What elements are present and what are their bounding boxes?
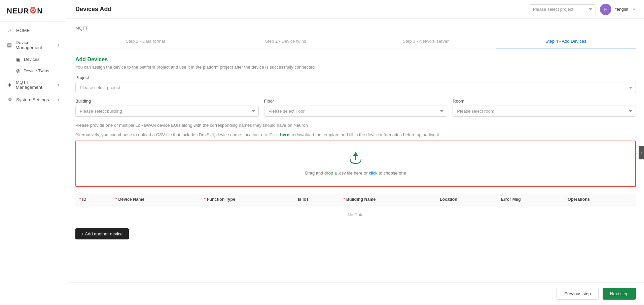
sidebar-item-mqtt-management-label: MQTT Management: [16, 80, 53, 90]
chevron-down-icon-2: ▼: [57, 98, 60, 102]
mqtt-icon: ◈: [7, 82, 12, 88]
floor-label: Floor: [264, 99, 448, 104]
protocol-label: MQTT: [75, 26, 636, 31]
project-label: Project: [75, 75, 636, 80]
sidebar-nav: ⌂ HOME ▤ Device Management ▲ ▣ Devices ◎…: [0, 22, 67, 109]
room-form-group: Room Please select room: [453, 99, 636, 117]
table-body: No Data: [75, 205, 636, 224]
section-title: Add Devices: [75, 56, 636, 63]
file-upload-dropzone[interactable]: Drag and drop a .csv file here or click …: [75, 141, 636, 187]
sidebar-item-home[interactable]: ⌂ HOME: [0, 24, 67, 37]
upload-icon: [349, 152, 362, 167]
col-building-name: * Building Name: [339, 194, 436, 205]
topbar-right: Please select project F fenglin ▼: [529, 4, 636, 15]
steps-bar: Step 1 - Data format Step 2 - Device twi…: [75, 35, 636, 48]
chevron-down-icon: ▼: [57, 83, 60, 87]
sidebar-item-mqtt-management[interactable]: ◈ MQTT Management ▼: [0, 76, 67, 93]
col-id: * ID: [75, 194, 111, 205]
next-step-button[interactable]: Next step: [603, 288, 636, 300]
upload-text-mid: a .csv file here or: [334, 170, 368, 176]
upload-text-post: to choose one: [379, 170, 406, 176]
settings-icon: ⚙: [7, 97, 13, 103]
instruction-2-pre: Alternatively, you can choose to upload …: [75, 132, 279, 137]
devices-table: * ID * Device Name * Function Type Is Io…: [75, 194, 636, 224]
sidebar-item-device-twins[interactable]: ◎ Device Twins: [0, 65, 67, 76]
devices-icon: ▣: [16, 56, 21, 62]
sidebar-item-devices[interactable]: ▣ Devices: [0, 53, 67, 65]
project-selector[interactable]: Please select project: [529, 4, 596, 14]
main: Devices Add Please select project F feng…: [67, 0, 644, 305]
csv-template-link[interactable]: here: [280, 132, 289, 137]
building-label: Building: [75, 99, 259, 104]
tab-step3[interactable]: Step 3 - Network server: [356, 35, 496, 48]
sidebar-item-device-management-label: Device Management: [15, 40, 53, 50]
room-label: Room: [453, 99, 636, 104]
sidebar-item-devices-label: Devices: [24, 57, 39, 62]
col-operations: Operations: [564, 194, 636, 205]
section-description: You can assign the device to the platfor…: [75, 65, 636, 70]
building-form-group: Building Please select building: [75, 99, 259, 117]
add-another-device-button[interactable]: + Add another device: [75, 228, 129, 239]
col-device-name: * Device Name: [111, 194, 200, 205]
panel-collapse-toggle[interactable]: ›: [639, 146, 644, 159]
device-management-icon: ▤: [7, 42, 12, 48]
no-data-cell: No Data: [75, 205, 636, 224]
floor-form-group: Floor Please select Foor: [264, 99, 448, 117]
sidebar-item-home-label: HOME: [16, 28, 30, 33]
chevron-up-icon: ▲: [57, 43, 60, 47]
tab-step4[interactable]: Step 4 - Add Devices: [496, 35, 636, 48]
floor-dropdown[interactable]: Please select Foor: [264, 106, 448, 117]
tab-step1[interactable]: Step 1 - Data format: [75, 35, 216, 48]
upload-text-pre: Drag and: [305, 170, 323, 176]
sidebar-item-system-settings[interactable]: ⚙ System Settings ▼: [0, 93, 67, 106]
project-dropdown[interactable]: Please select project: [75, 82, 636, 93]
tab-step2[interactable]: Step 2 - Device twins: [216, 35, 356, 48]
logo-text: NEUR⚙N: [7, 7, 43, 15]
sidebar-item-device-management[interactable]: ▤ Device Management ▲: [0, 37, 67, 53]
logo: NEUR⚙N: [0, 0, 67, 22]
room-dropdown[interactable]: Please select room: [453, 106, 636, 117]
sidebar-item-device-twins-label: Device Twins: [24, 68, 49, 73]
logo-icon: ⚙: [29, 5, 37, 15]
add-devices-section: Add Devices You can assign the device to…: [75, 56, 636, 239]
col-is-iot: Is IoT: [294, 194, 339, 205]
table-header: * ID * Device Name * Function Type Is Io…: [75, 194, 636, 205]
table-no-data-row: No Data: [75, 205, 636, 224]
sidebar-item-system-settings-label: System Settings: [16, 97, 49, 102]
col-error-msg: Error Msg: [497, 194, 564, 205]
upload-click-link[interactable]: click: [369, 170, 377, 176]
user-name: fenglin: [615, 7, 628, 12]
page-title: Devices Add: [75, 6, 111, 13]
building-dropdown[interactable]: Please select building: [75, 106, 259, 117]
location-form-row: Building Please select building Floor Pl…: [75, 99, 636, 117]
project-form-group: Project Please select project: [75, 75, 636, 93]
avatar: F: [600, 4, 611, 15]
table-header-row: * ID * Device Name * Function Type Is Io…: [75, 194, 636, 205]
home-icon: ⌂: [7, 28, 13, 33]
instruction-1: Please provide one or multiple LoRaWAN d…: [75, 122, 636, 129]
instruction-2-post: to download the template and fill in the…: [290, 132, 439, 137]
topbar: Devices Add Please select project F feng…: [67, 0, 644, 19]
upload-text: Drag and drop a .csv file here or click …: [305, 170, 406, 176]
instruction-2: Alternatively, you can choose to upload …: [75, 131, 636, 138]
content-area: MQTT Step 1 - Data format Step 2 - Devic…: [67, 19, 644, 282]
avatar-initials: F: [604, 7, 607, 12]
footer-actions: Previous step Next step: [67, 282, 644, 305]
device-twins-icon: ◎: [16, 68, 20, 73]
upload-text-drop: drop: [324, 170, 333, 176]
col-location: Location: [436, 194, 497, 205]
previous-step-button[interactable]: Previous step: [557, 288, 599, 300]
col-function-type: * Function Type: [200, 194, 294, 205]
user-chevron-down-icon[interactable]: ▼: [632, 7, 636, 11]
sidebar: NEUR⚙N ⌂ HOME ▤ Device Management ▲ ▣ De…: [0, 0, 67, 305]
